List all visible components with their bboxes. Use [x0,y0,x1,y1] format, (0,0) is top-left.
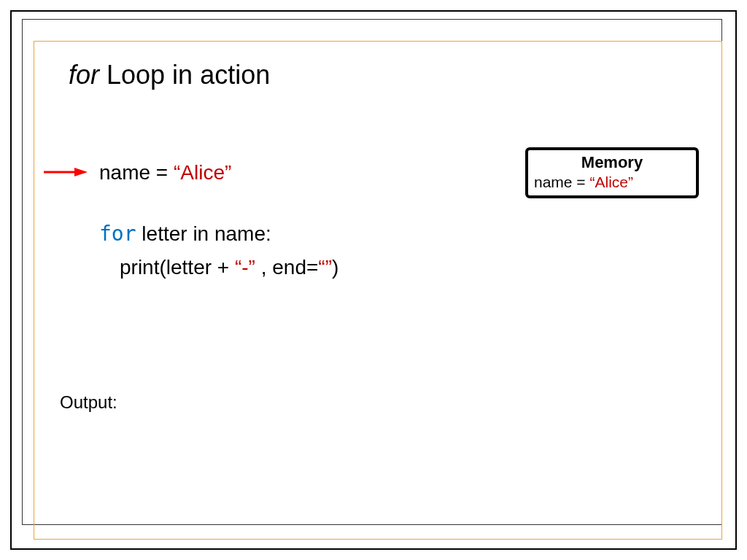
code-print-a: print(letter + [120,256,235,279]
code-for-rest: letter in name: [136,222,271,245]
code-block: name = “Alice” for letter in name: print… [99,158,338,283]
slide-title: for Loop in action [69,60,270,90]
title-keyword: for [69,60,99,90]
code-keyword-for: for [99,222,136,246]
memory-box: Memory name = “Alice” [525,147,699,198]
memory-title: Memory [534,153,690,172]
svg-marker-1 [74,168,88,176]
code-line-3: print(letter + “-” , end=“”) [99,252,338,283]
code-print-c: ) [332,256,338,279]
title-rest: Loop in action [99,60,270,90]
output-label: Output: [60,392,117,413]
code-print-b: , end= [255,256,318,279]
memory-var: name = [534,174,589,190]
code-string-alice: “Alice” [174,161,231,184]
memory-value: “Alice” [589,174,633,190]
memory-content: name = “Alice” [534,174,690,191]
arrow-icon [42,166,88,181]
code-string-dash: “-” [235,256,255,279]
code-assign-left: name = [99,161,174,184]
code-line-2: for letter in name: [99,219,338,249]
code-string-empty: “” [318,256,332,279]
inner-frame-orange [34,41,722,540]
code-line-1: name = “Alice” [99,158,338,188]
